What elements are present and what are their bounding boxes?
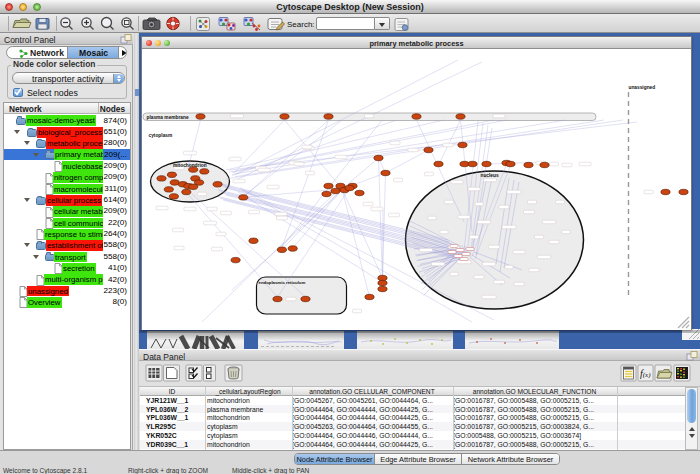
svg-text:plasma membrane: plasma membrane [147, 114, 189, 119]
svg-text:unassigned: unassigned [629, 84, 656, 89]
svg-text:cytoplasm: cytoplasm [149, 133, 173, 138]
svg-text:endoplasmic reticulum: endoplasmic reticulum [259, 279, 306, 284]
svg-text:mitochondrion: mitochondrion [173, 162, 207, 167]
svg-text:nucleus: nucleus [481, 173, 499, 178]
